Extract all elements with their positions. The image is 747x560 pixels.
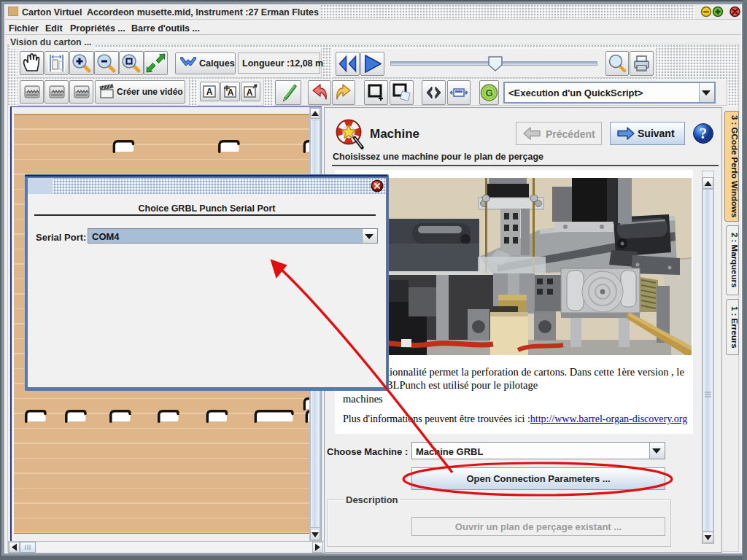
svg-text:A: A bbox=[247, 88, 253, 98]
svg-text:A: A bbox=[206, 87, 213, 97]
svg-text:G: G bbox=[485, 88, 492, 98]
svg-text:A: A bbox=[228, 88, 234, 98]
svg-text:?: ? bbox=[700, 125, 707, 141]
